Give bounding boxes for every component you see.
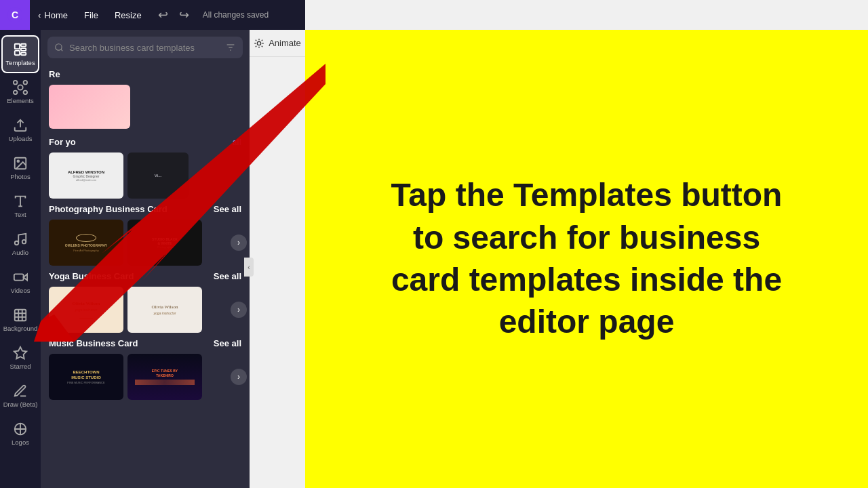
- music-category-header: Music Business Card See all: [41, 336, 250, 351]
- svg-point-24: [56, 44, 62, 50]
- yellow-canvas: Tap the Templates button to search for b…: [305, 30, 868, 488]
- svg-rect-5: [15, 51, 20, 55]
- music-scroll-arrow[interactable]: ›: [231, 369, 247, 385]
- yoga-see-all[interactable]: See all: [214, 271, 241, 281]
- sidebar-item-elements[interactable]: Elements: [1, 73, 39, 111]
- svg-marker-22: [14, 347, 26, 359]
- sidebar-item-logos[interactable]: Logos: [1, 415, 39, 453]
- template-card-photo-1[interactable]: OWLENS PHOTOGRAPHY Fine Art Photography: [49, 220, 123, 266]
- svg-rect-3: [21, 44, 26, 47]
- svg-point-17: [15, 241, 19, 245]
- sidebar-item-photos[interactable]: Photos: [1, 149, 39, 187]
- yoga-category-header: Yoga Business Card See all: [41, 268, 250, 284]
- recent-label: Re: [49, 69, 60, 79]
- file-nav[interactable]: File: [76, 0, 106, 30]
- redo-button[interactable]: ↪: [176, 5, 192, 25]
- photo-cards: OWLENS PHOTOGRAPHY Fine Art Photography …: [41, 217, 250, 268]
- canvas-area: Tap the Templates button to search for b…: [305, 30, 868, 488]
- sidebar-item-templates[interactable]: Templates: [1, 35, 39, 73]
- for-you-cards: ALFRED WINSTON Graphic Designer alfred@m…: [41, 150, 250, 201]
- photo-see-all[interactable]: See all: [214, 204, 241, 214]
- template-card-music-2[interactable]: EPIC TUNES BY TAKEHIRO: [127, 354, 202, 400]
- recent-section-header: Re: [41, 64, 250, 82]
- svg-point-29: [257, 41, 260, 45]
- music-see-all[interactable]: See all: [214, 338, 241, 348]
- undo-redo-group: ↩ ↪: [150, 5, 197, 25]
- svg-point-8: [14, 81, 18, 85]
- svg-rect-2: [15, 44, 20, 49]
- for-you-label: For yo: [49, 137, 76, 147]
- home-label: Home: [44, 10, 68, 20]
- svg-point-11: [24, 91, 28, 95]
- sidebar-item-uploads[interactable]: Uploads: [1, 111, 39, 149]
- svg-rect-4: [21, 48, 26, 51]
- svg-rect-6: [21, 53, 26, 56]
- resize-label: Resize: [115, 10, 142, 20]
- templates-panel: Re For yo all ALFRED WINSTON Graphic Des…: [41, 30, 250, 488]
- top-bar: C ‹ Home File Resize ↩ ↪ All changes sav…: [0, 0, 305, 30]
- search-icon: [54, 43, 64, 52]
- yoga-cards: Olivia Wilson yoga instructor Olivia Wil…: [41, 284, 250, 336]
- template-card[interactable]: [49, 85, 130, 129]
- file-label: File: [84, 10, 98, 20]
- music-cards: BEECHTOWN MUSIC STUDIO FINE MUSIC PERFOR…: [41, 351, 250, 403]
- template-card-yoga-2[interactable]: Olivia Wilson yoga instructor: [127, 287, 202, 333]
- sidebar-item-audio[interactable]: Audio: [1, 225, 39, 263]
- undo-button[interactable]: ↩: [155, 5, 171, 25]
- animate-label[interactable]: Animate: [269, 38, 301, 48]
- music-category-title: Music Business Card: [49, 338, 138, 348]
- sidebar-item-background[interactable]: Background: [1, 301, 39, 339]
- sidebar-item-starred[interactable]: Starred: [1, 339, 39, 377]
- svg-point-10: [14, 91, 18, 95]
- template-card-yoga-1[interactable]: Olivia Wilson yoga instructor: [49, 287, 123, 333]
- sidebar-item-text[interactable]: Text: [1, 187, 39, 225]
- svg-text:C: C: [12, 9, 18, 20]
- recent-cards: [41, 82, 250, 131]
- yoga-scroll-arrow[interactable]: ›: [231, 302, 247, 318]
- svg-rect-21: [15, 310, 26, 321]
- canva-logo[interactable]: C: [0, 0, 30, 30]
- template-card-alpha-dark[interactable]: Vi...: [127, 152, 189, 199]
- panel-toggle[interactable]: ‹: [244, 258, 254, 277]
- for-you-section-header: For yo all: [41, 131, 250, 150]
- for-you-see-all[interactable]: all: [233, 138, 241, 147]
- sidebar-item-videos[interactable]: Videos: [1, 263, 39, 301]
- svg-point-18: [22, 240, 26, 244]
- svg-line-25: [61, 49, 63, 52]
- svg-point-9: [24, 81, 28, 85]
- sidebar: Templates Elements Uploads Photos Text A…: [0, 30, 41, 488]
- animate-bar: Animate: [250, 30, 305, 57]
- photo-category-header: Photography Business Card See all: [41, 201, 250, 217]
- svg-point-14: [17, 160, 19, 162]
- canvas-text: Tap the Templates button to search for b…: [349, 147, 824, 371]
- saved-status: All changes saved: [203, 10, 269, 20]
- photo-scroll-arrow[interactable]: ›: [231, 235, 247, 251]
- template-card-alpha-light[interactable]: ALFRED WINSTON Graphic Designer alfred@m…: [49, 152, 123, 199]
- search-input[interactable]: [69, 43, 220, 53]
- yoga-category-title: Yoga Business Card: [49, 271, 134, 281]
- sidebar-item-draw[interactable]: Draw (Beta): [1, 377, 39, 415]
- svg-rect-19: [14, 274, 24, 280]
- template-card-music-1[interactable]: BEECHTOWN MUSIC STUDIO FINE MUSIC PERFOR…: [49, 354, 123, 400]
- home-nav[interactable]: ‹ Home: [30, 0, 76, 30]
- template-card-photo-2[interactable]: STUDIO BLACK & WHITE Photography: [127, 220, 202, 266]
- svg-point-7: [18, 85, 22, 89]
- animate-icon: [254, 38, 264, 49]
- photo-category-title: Photography Business Card: [49, 204, 167, 214]
- search-bar: [47, 37, 243, 58]
- resize-nav[interactable]: Resize: [106, 0, 150, 30]
- filter-icon[interactable]: [225, 42, 236, 53]
